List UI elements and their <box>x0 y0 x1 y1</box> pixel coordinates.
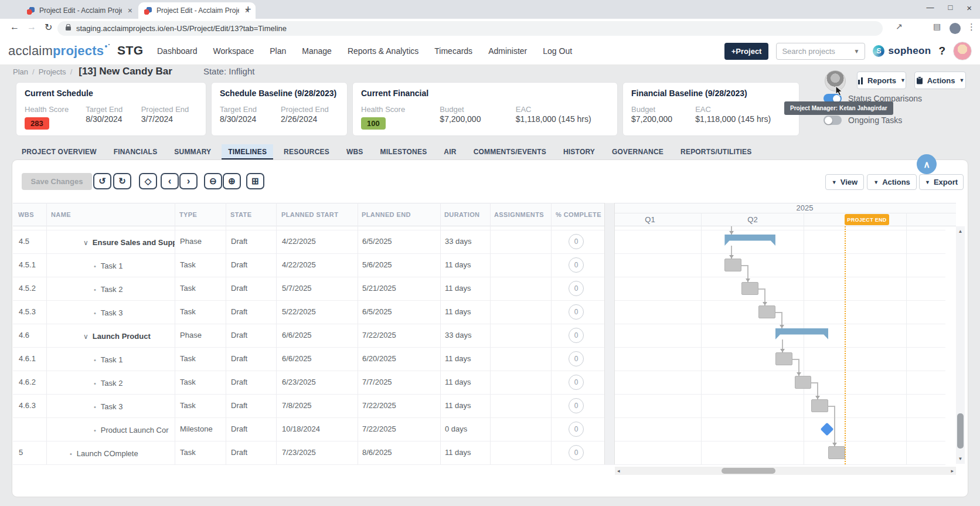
menu-dots-icon[interactable]: ⋮ <box>967 22 976 32</box>
tab-timelines[interactable]: TIMELINES <box>222 144 273 160</box>
maximize-icon[interactable]: □ <box>948 3 952 13</box>
column-header-assignments[interactable]: ASSIGNMENTS <box>494 211 544 218</box>
nav-item-manage[interactable]: Manage <box>302 46 332 56</box>
grid-splitter[interactable] <box>604 203 615 464</box>
gantt-horizontal-scrollbar[interactable]: ◂ ▸ <box>615 467 956 475</box>
gantt-task-bar[interactable] <box>828 446 845 459</box>
view-button[interactable]: ▼View <box>825 174 864 190</box>
gantt-task-bar[interactable] <box>795 376 812 389</box>
cell-name: Task 1 <box>101 262 123 270</box>
back-icon[interactable]: ← <box>10 22 19 32</box>
tab-milestones[interactable]: MILESTONES <box>374 144 434 160</box>
expand-collapse-button[interactable]: ◇ <box>139 173 157 189</box>
gantt-actions-button[interactable]: ▼Actions <box>867 174 917 190</box>
acclaim-projects-logo[interactable]: acclaimprojects <box>8 43 107 59</box>
tab-wbs[interactable]: WBS <box>340 144 370 160</box>
gantt-milestone[interactable] <box>821 423 834 436</box>
tab-reports-utilities[interactable]: REPORTS/UTILITIES <box>674 144 758 160</box>
bullet-icon: • <box>70 450 72 457</box>
breadcrumb-plan[interactable]: Plan <box>13 67 28 76</box>
browser-tab[interactable]: Project Edit - Acclaim Projects× <box>138 2 256 19</box>
browser-profile-avatar[interactable] <box>950 23 961 34</box>
cell-planned-end: 7/22/2025 <box>362 331 396 339</box>
nav-item-log-out[interactable]: Log Out <box>543 46 572 56</box>
sopheon-brand: S sopheon <box>873 45 931 57</box>
search-projects-combobox[interactable]: Search projects ▼ <box>776 43 865 60</box>
window-close-icon[interactable]: × <box>967 3 972 13</box>
refresh-icon[interactable]: ↻ <box>45 22 52 33</box>
column-header-planned-start[interactable]: PLANNED START <box>281 211 338 218</box>
chevron-down-icon[interactable]: ∨ <box>83 239 89 247</box>
gantt-task-bar[interactable] <box>741 282 758 295</box>
column-header-state[interactable]: STATE <box>230 211 251 218</box>
add-project-button[interactable]: +Project <box>724 43 769 60</box>
gantt-phase-bar[interactable] <box>775 328 828 339</box>
share-icon[interactable]: ↗ <box>896 22 903 31</box>
address-bar[interactable]: staging.acclaimprojects.io/en-US/Project… <box>57 21 883 36</box>
actions-button[interactable]: Actions▼ <box>914 72 966 89</box>
field-value: 3/7/2024 <box>141 114 173 124</box>
scroll-up-icon[interactable]: ▲ <box>956 229 965 234</box>
column-header-name[interactable]: NAME <box>51 211 71 218</box>
nav-item-reports-analytics[interactable]: Reports & Analytics <box>348 46 418 56</box>
gantt-phase-bar[interactable] <box>724 235 775 246</box>
tab-governance[interactable]: GOVERNANCE <box>605 144 670 160</box>
shift-right-button[interactable]: › <box>179 173 198 189</box>
column-header-duration[interactable]: DURATION <box>444 211 479 218</box>
chevron-up-icon: ∧ <box>923 159 930 170</box>
gantt-task-bar[interactable] <box>758 305 775 318</box>
undo-button[interactable]: ↺ <box>93 173 111 189</box>
chevron-down-icon[interactable]: ∨ <box>83 332 89 341</box>
tab-resources[interactable]: RESOURCES <box>277 144 336 160</box>
nav-item-timecards[interactable]: Timecards <box>434 46 472 56</box>
forward-icon[interactable]: → <box>27 22 36 32</box>
column-header-type[interactable]: TYPE <box>179 211 197 218</box>
tab-close-icon[interactable]: × <box>127 6 134 15</box>
tab-air[interactable]: AIR <box>437 144 462 160</box>
horizontal-scroll-thumb[interactable] <box>722 468 775 474</box>
tab-summary[interactable]: SUMMARY <box>168 144 217 160</box>
cell-planned-start: 6/6/2025 <box>282 354 312 363</box>
gantt-task-bar[interactable] <box>775 352 792 365</box>
shift-left-button[interactable]: ‹ <box>161 173 179 189</box>
scroll-down-icon[interactable]: ▼ <box>956 456 965 461</box>
new-tab-icon[interactable]: + <box>245 4 251 16</box>
breadcrumb-projects[interactable]: Projects <box>39 67 66 76</box>
zoom-to-fit-button[interactable]: ⊞ <box>246 173 264 189</box>
redo-button[interactable]: ↻ <box>113 173 131 189</box>
bullet-icon: • <box>94 427 96 434</box>
help-icon[interactable]: ? <box>938 45 945 57</box>
vertical-scroll-thumb[interactable] <box>957 413 964 449</box>
tab-project-overview[interactable]: PROJECT OVERVIEW <box>15 144 103 160</box>
column-header-planned-end[interactable]: PLANNED END <box>362 211 411 218</box>
nav-item-administer[interactable]: Administer <box>488 46 527 56</box>
field-label: Projected End <box>141 105 198 114</box>
logo-dots-icon <box>105 45 107 47</box>
column-header-complete[interactable]: % COMPLETE <box>556 211 601 218</box>
browser-tab[interactable]: Project Edit - Acclaim Projects× <box>21 2 138 19</box>
tab-history[interactable]: HISTORY <box>557 144 601 160</box>
tab-comments-events[interactable]: COMMENTS/EVENTS <box>467 144 553 160</box>
side-panel-icon[interactable]: ▤ <box>933 22 941 31</box>
scroll-right-icon[interactable]: ▸ <box>951 468 954 474</box>
reports-button[interactable]: Reports▼ <box>857 72 906 89</box>
column-header-wbs[interactable]: WBS <box>18 211 34 218</box>
toggle-ongoing-tasks[interactable] <box>824 116 842 125</box>
export-button[interactable]: ▼Export <box>919 174 964 190</box>
scroll-to-top-button[interactable]: ∧ <box>917 154 937 174</box>
user-avatar[interactable] <box>953 42 972 60</box>
save-changes-button[interactable]: Save Changes <box>22 173 92 190</box>
gantt-task-bar[interactable] <box>811 399 828 412</box>
gantt-vertical-scrollbar[interactable]: ▲ ▼ <box>956 226 965 464</box>
zoom-out-button[interactable]: ⊖ <box>204 173 222 189</box>
minimize-icon[interactable]: — <box>926 3 934 13</box>
scroll-left-icon[interactable]: ◂ <box>617 468 620 474</box>
nav-item-plan[interactable]: Plan <box>270 46 286 56</box>
zoom-in-button[interactable]: ⊕ <box>223 173 241 189</box>
field-label: Target End <box>220 105 281 114</box>
tab-financials[interactable]: FINANCIALS <box>107 144 164 160</box>
cell-wbs: 4.6 <box>19 331 29 339</box>
nav-item-dashboard[interactable]: Dashboard <box>157 46 198 56</box>
gantt-task-bar[interactable] <box>724 259 741 271</box>
nav-item-workspace[interactable]: Workspace <box>213 46 254 56</box>
